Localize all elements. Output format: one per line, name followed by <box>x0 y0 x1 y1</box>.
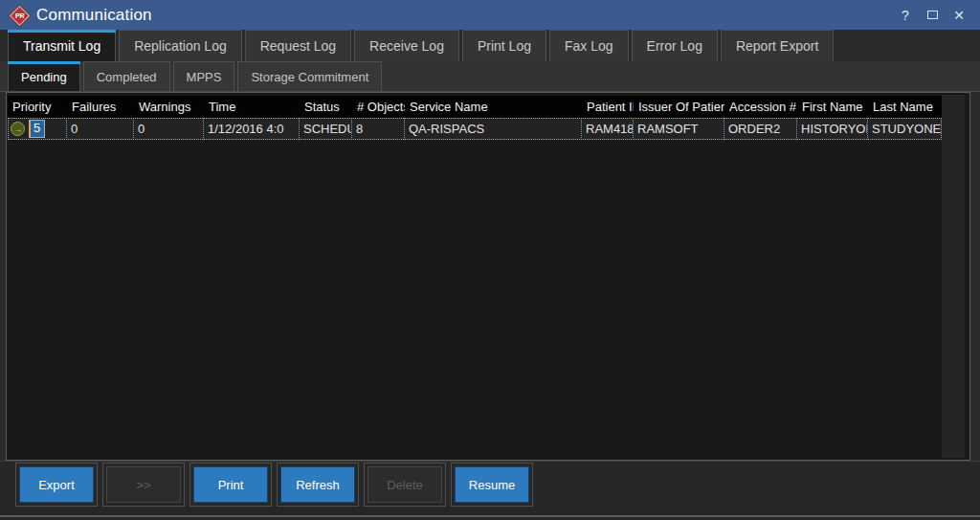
cell-priority[interactable]: →5 <box>8 118 67 140</box>
forward-button[interactable]: >> <box>106 466 181 503</box>
tab-error-log[interactable]: Error Log <box>632 30 718 61</box>
delete-button-slot: Delete <box>364 463 446 507</box>
column-header-last-name[interactable]: Last Name <box>868 96 942 118</box>
cell-status[interactable]: SCHEDULED <box>300 118 352 140</box>
help-button[interactable]: ? <box>892 0 919 30</box>
close-button[interactable]: ✕ <box>946 0 972 30</box>
subtab-mpps[interactable]: MPPS <box>173 61 235 91</box>
active-row-arrow-icon: → <box>11 122 25 136</box>
subtab-completed[interactable]: Completed <box>83 61 170 91</box>
subtab-pending[interactable]: Pending <box>8 61 80 91</box>
print-button[interactable]: Print <box>193 466 268 503</box>
transmit-log-grid-panel: PriorityFailuresWarningsTimeStatus# Obje… <box>6 92 970 461</box>
cell-objects[interactable]: 8 <box>352 118 405 140</box>
export-button[interactable]: Export <box>19 466 94 503</box>
maximize-button[interactable] <box>919 0 946 30</box>
window-bottom-edge <box>0 508 980 520</box>
cell-service-name[interactable]: QA-RISPACS <box>405 118 582 140</box>
cell-accession[interactable]: ORDER2 <box>724 118 797 140</box>
refresh-button-slot: Refresh <box>277 463 359 507</box>
column-header-objects[interactable]: # Objects <box>352 96 405 118</box>
communication-window: PR Communication ? ✕ Transmit LogReplica… <box>0 0 980 520</box>
resume-button-slot: Resume <box>451 463 533 507</box>
column-header-failures[interactable]: Failures <box>67 96 134 118</box>
selected-cell-value: 5 <box>29 120 45 138</box>
refresh-button[interactable]: Refresh <box>280 466 355 503</box>
column-header-priority[interactable]: Priority <box>8 96 67 118</box>
cell-patient-id[interactable]: RAM418 <box>582 118 634 140</box>
column-header-patient-id[interactable]: Patient ID <box>582 96 634 118</box>
tab-print-log[interactable]: Print Log <box>462 30 546 61</box>
action-button-bar: Export>>PrintRefreshDeleteResume <box>0 461 980 508</box>
tab-fax-log[interactable]: Fax Log <box>549 30 629 61</box>
vertical-scrollbar[interactable] <box>942 95 965 458</box>
app-icon: PR <box>11 7 28 24</box>
print-button-slot: Print <box>189 463 272 507</box>
subtab-storage-commitment[interactable]: Storage Commitment <box>237 61 382 91</box>
tab-replication-log[interactable]: Replication Log <box>119 30 242 61</box>
cell-time[interactable]: 1/12/2016 4:0 <box>204 118 300 140</box>
sub-tab-bar: PendingCompletedMPPSStorage Commitment <box>0 61 980 92</box>
title-bar: PR Communication ? ✕ <box>0 0 980 30</box>
column-header-service-name[interactable]: Service Name <box>405 96 582 118</box>
column-header-first-name[interactable]: First Name <box>797 96 868 118</box>
grid-header-row: PriorityFailuresWarningsTimeStatus# Obje… <box>8 96 942 118</box>
tab-request-log[interactable]: Request Log <box>245 30 351 61</box>
forward-button-slot: >> <box>102 463 185 507</box>
cell-first-name[interactable]: HISTORYONE <box>797 118 868 140</box>
app-icon-label: PR <box>15 11 25 18</box>
cell-issuer-of-patient[interactable]: RAMSOFT <box>634 118 724 140</box>
table-row[interactable]: →5001/12/2016 4:0SCHEDULED8QA-RISPACSRAM… <box>8 118 942 140</box>
close-icon: ✕ <box>953 8 965 23</box>
column-header-status[interactable]: Status <box>300 96 352 118</box>
grid-rows-container: →5001/12/2016 4:0SCHEDULED8QA-RISPACSRAM… <box>7 118 969 140</box>
column-header-time[interactable]: Time <box>204 96 300 118</box>
resume-button[interactable]: Resume <box>455 466 529 503</box>
column-header-accession[interactable]: Accession # <box>724 96 797 118</box>
cell-failures[interactable]: 0 <box>67 118 134 140</box>
main-tab-bar: Transmit LogReplication LogRequest LogRe… <box>0 30 980 61</box>
tab-report-export[interactable]: Report Export <box>721 30 834 61</box>
column-header-warnings[interactable]: Warnings <box>134 96 204 118</box>
tab-transmit-log[interactable]: Transmit Log <box>8 30 116 61</box>
help-icon: ? <box>902 8 909 23</box>
column-header-issuer-of-patient[interactable]: Issuer Of Patient <box>634 96 724 118</box>
delete-button[interactable]: Delete <box>368 466 442 503</box>
cell-last-name[interactable]: STUDYONE <box>868 118 942 140</box>
cell-warnings[interactable]: 0 <box>134 118 204 140</box>
maximize-icon <box>927 11 938 19</box>
export-button-slot: Export <box>15 463 98 507</box>
tab-receive-log[interactable]: Receive Log <box>354 30 459 61</box>
window-title: Communication <box>36 6 152 25</box>
